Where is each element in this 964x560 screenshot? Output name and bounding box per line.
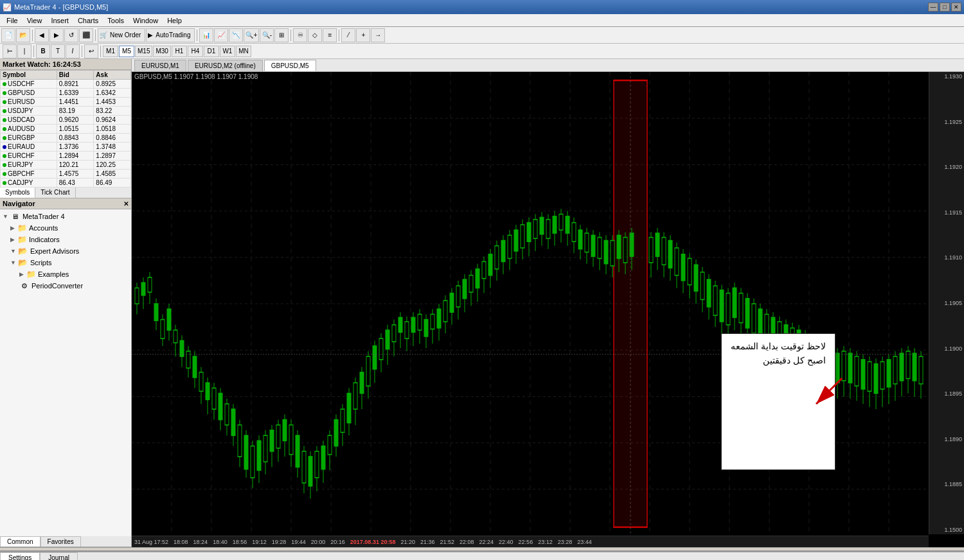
- menu-insert[interactable]: Insert: [47, 16, 73, 25]
- price-1: 1.1930: [929, 73, 964, 80]
- title-bar-controls[interactable]: — □ ✕: [928, 3, 961, 12]
- nav-item-examples[interactable]: ▶ 📁 Examples: [1, 268, 130, 280]
- time-axis: 31 Aug 17:52 18:08 18:24 18:40 18:56 19:…: [132, 536, 929, 547]
- period-m1[interactable]: M1: [103, 46, 118, 57]
- chart-btn3[interactable]: 📉: [229, 28, 243, 42]
- indicators-btn[interactable]: ♾: [293, 28, 307, 42]
- italic-btn[interactable]: I: [66, 44, 80, 58]
- market-watch-row[interactable]: GBPCHF 1.4575 1.4585: [1, 170, 131, 179]
- svg-rect-62: [238, 425, 242, 457]
- svg-rect-112: [398, 317, 402, 332]
- nav-item-expert-advisors[interactable]: ▼ 📂 Expert Advisors: [1, 245, 130, 257]
- nav-item-accounts[interactable]: ▶ 📁 Accounts: [1, 222, 130, 234]
- svg-rect-102: [366, 356, 370, 386]
- line-btn[interactable]: ⁄: [341, 28, 355, 42]
- navigator-close-button[interactable]: ✕: [123, 200, 129, 207]
- chart-canvas[interactable]: GBPUSD,M5 1.1907 1.1908 1.1907 1.1908: [132, 72, 964, 547]
- grid-btn[interactable]: ⊞: [274, 28, 289, 42]
- svg-rect-261: [887, 360, 891, 387]
- time-5: 18:56: [230, 539, 250, 545]
- tab-symbols[interactable]: Symbols: [0, 188, 35, 198]
- market-watch-row[interactable]: CADJPY 86.43 86.49: [1, 179, 131, 188]
- price-3: 1.1920: [929, 164, 964, 170]
- svg-rect-130: [456, 286, 460, 307]
- new-btn[interactable]: 📄: [1, 28, 15, 42]
- tab-favorites[interactable]: Favorites: [40, 536, 81, 547]
- market-watch-header: Market Watch: 16:24:53: [0, 59, 131, 70]
- market-watch-row[interactable]: GBPUSD 1.6339 1.6342: [1, 89, 131, 98]
- mw-symbol: GBPCHF: [1, 170, 57, 179]
- templates-btn[interactable]: ≡: [323, 28, 337, 42]
- market-watch-row[interactable]: EURCHF 1.2894 1.2897: [1, 152, 131, 161]
- undo-btn[interactable]: ↩: [84, 44, 98, 58]
- market-watch-row[interactable]: USDCAD 0.9620 0.9624: [1, 116, 131, 125]
- market-watch-row[interactable]: USDJPY 83.19 83.22: [1, 107, 131, 116]
- open-btn[interactable]: 📂: [16, 28, 30, 42]
- period-m30[interactable]: M30: [153, 46, 170, 57]
- mw-ask: 0.8846: [94, 134, 131, 143]
- nav-computer-icon: 🖥: [10, 211, 21, 222]
- period-d1[interactable]: D1: [204, 46, 219, 57]
- svg-rect-82: [302, 451, 306, 483]
- period-m5[interactable]: M5: [119, 46, 134, 57]
- nav-item-root[interactable]: ▼ 🖥 MetaTrader 4: [1, 211, 130, 222]
- chart-btn2[interactable]: 📈: [214, 28, 228, 42]
- svg-rect-263: [893, 356, 897, 384]
- svg-rect-34: [148, 277, 152, 292]
- market-watch-row[interactable]: EURJPY 120.21 120.25: [1, 161, 131, 170]
- tester-tab-journal[interactable]: Journal: [40, 552, 78, 560]
- menu-file[interactable]: File: [3, 16, 22, 25]
- bold-btn[interactable]: B: [36, 44, 50, 58]
- stop-btn[interactable]: ⬛: [79, 28, 93, 42]
- reload-btn[interactable]: ↺: [64, 28, 78, 42]
- nav-item-scripts[interactable]: ▼ 📂 Scripts: [1, 257, 130, 268]
- market-watch-row[interactable]: EURAUD 1.3736 1.3748: [1, 143, 131, 152]
- market-watch-row[interactable]: EURUSD 1.4451 1.4453: [1, 98, 131, 107]
- period-mn[interactable]: MN: [236, 46, 251, 57]
- maximize-button[interactable]: □: [940, 3, 950, 12]
- chart-btn1[interactable]: 📊: [199, 28, 213, 42]
- tab-tick-chart[interactable]: Tick Chart: [35, 188, 75, 198]
- tab-common[interactable]: Common: [0, 536, 40, 547]
- market-watch-table: Symbol Bid Ask USDCHF 0.8921 0.8925 GBPU…: [0, 70, 131, 188]
- tab-gbpusd-m5[interactable]: GBPUSD,M5: [264, 60, 316, 71]
- period-h4[interactable]: H4: [188, 46, 203, 57]
- period-m15[interactable]: M15: [135, 46, 152, 57]
- zoom-out-btn[interactable]: 🔍-: [260, 28, 274, 42]
- menu-charts[interactable]: Charts: [74, 16, 102, 25]
- market-watch-row[interactable]: EURGBP 0.8843 0.8846: [1, 134, 131, 143]
- svg-rect-52: [206, 383, 210, 399]
- close-button[interactable]: ✕: [951, 3, 961, 12]
- menu-view[interactable]: View: [23, 16, 46, 25]
- minimize-button[interactable]: —: [928, 3, 938, 12]
- indent-btn[interactable]: |: [17, 44, 31, 58]
- price-7: 1.1900: [929, 346, 964, 352]
- forward-btn[interactable]: ▶: [49, 28, 64, 42]
- line-studies-btn[interactable]: ⊢: [3, 44, 17, 58]
- svg-rect-132: [463, 279, 467, 299]
- period-h1[interactable]: H1: [172, 46, 187, 57]
- nav-item-period-converter[interactable]: ⚙ PeriodConverter: [1, 280, 130, 292]
- text-btn[interactable]: T: [51, 44, 65, 58]
- market-watch-row[interactable]: AUDUSD 1.0515 1.0518: [1, 125, 131, 134]
- tab-eurusd-m1[interactable]: EURUSD,M1: [134, 60, 186, 71]
- navigator-title: Navigator: [3, 200, 35, 207]
- back-btn[interactable]: ◀: [35, 28, 49, 42]
- zoom-in-btn[interactable]: 🔍+: [244, 28, 259, 42]
- autotrading-btn[interactable]: ▶ AutoTrading: [146, 28, 195, 42]
- crosshair-btn[interactable]: +: [356, 28, 370, 42]
- objects-btn[interactable]: ◇: [308, 28, 322, 42]
- market-watch-row[interactable]: USDCHF 0.8921 0.8925: [1, 80, 131, 89]
- new-order-icon: 🛒: [100, 31, 107, 39]
- period-w1[interactable]: W1: [220, 46, 235, 57]
- tab-eurusd-m2[interactable]: EURUSD,M2 (offline): [188, 60, 263, 71]
- nav-item-indicators[interactable]: ▶ 📁 Indicators: [1, 234, 130, 245]
- menu-help[interactable]: Help: [163, 16, 186, 25]
- price-scale: 1.1930 1.1925 1.1920 1.1915 1.1910 1.190…: [929, 72, 964, 534]
- price-11: 1.1500: [929, 527, 964, 533]
- new-order-btn[interactable]: 🛒 New Order: [98, 28, 145, 42]
- menu-window[interactable]: Window: [129, 16, 162, 25]
- tester-tab-settings[interactable]: Settings: [0, 552, 40, 560]
- menu-tools[interactable]: Tools: [103, 16, 128, 25]
- arrow-btn[interactable]: →: [371, 28, 385, 42]
